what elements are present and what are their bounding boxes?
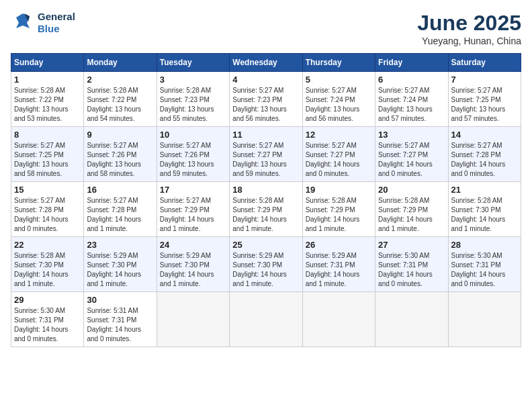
day-number: 21 — [451, 185, 518, 195]
day-number: 3 — [160, 75, 226, 85]
calendar-week-row-0: 1Sunrise: 5:28 AMSunset: 7:22 PMDaylight… — [11, 72, 521, 127]
calendar-cell: 4Sunrise: 5:27 AMSunset: 7:23 PMDaylight… — [230, 72, 302, 127]
calendar-cell: 23Sunrise: 5:29 AMSunset: 7:30 PMDayligh… — [84, 237, 157, 292]
weekday-header-tuesday: Tuesday — [157, 54, 229, 72]
day-number: 5 — [306, 75, 372, 85]
day-info: Sunrise: 5:30 AMSunset: 7:31 PMDaylight:… — [451, 251, 518, 289]
day-info: Sunrise: 5:28 AMSunset: 7:30 PMDaylight:… — [14, 251, 81, 289]
calendar-cell: 3Sunrise: 5:28 AMSunset: 7:23 PMDaylight… — [157, 72, 229, 127]
day-info: Sunrise: 5:27 AMSunset: 7:28 PMDaylight:… — [451, 141, 518, 179]
location: Yueyang, Hunan, China — [417, 36, 521, 46]
weekday-header-monday: Monday — [84, 54, 157, 72]
calendar-cell: 18Sunrise: 5:28 AMSunset: 7:29 PMDayligh… — [230, 182, 302, 237]
day-info: Sunrise: 5:28 AMSunset: 7:30 PMDaylight:… — [451, 196, 518, 234]
day-number: 20 — [378, 185, 445, 195]
day-info: Sunrise: 5:29 AMSunset: 7:30 PMDaylight:… — [232, 251, 299, 289]
calendar-cell: 7Sunrise: 5:27 AMSunset: 7:25 PMDaylight… — [448, 72, 521, 127]
weekday-header-wednesday: Wednesday — [230, 54, 302, 72]
calendar-cell: 20Sunrise: 5:28 AMSunset: 7:29 PMDayligh… — [375, 182, 448, 237]
weekday-header-sunday: Sunday — [11, 54, 84, 72]
day-number: 12 — [306, 130, 372, 140]
calendar-cell — [230, 292, 302, 347]
day-info: Sunrise: 5:28 AMSunset: 7:29 PMDaylight:… — [232, 196, 299, 234]
day-info: Sunrise: 5:27 AMSunset: 7:28 PMDaylight:… — [14, 196, 81, 234]
calendar-cell: 11Sunrise: 5:27 AMSunset: 7:27 PMDayligh… — [230, 127, 302, 182]
day-number: 15 — [14, 185, 81, 195]
day-info: Sunrise: 5:27 AMSunset: 7:25 PMDaylight:… — [14, 141, 81, 179]
calendar-cell: 9Sunrise: 5:27 AMSunset: 7:26 PMDaylight… — [84, 127, 157, 182]
calendar-cell: 28Sunrise: 5:30 AMSunset: 7:31 PMDayligh… — [448, 237, 521, 292]
day-info: Sunrise: 5:28 AMSunset: 7:22 PMDaylight:… — [87, 86, 153, 124]
calendar-cell: 10Sunrise: 5:27 AMSunset: 7:26 PMDayligh… — [157, 127, 229, 182]
calendar-cell: 16Sunrise: 5:27 AMSunset: 7:28 PMDayligh… — [84, 182, 157, 237]
calendar-cell: 14Sunrise: 5:27 AMSunset: 7:28 PMDayligh… — [448, 127, 521, 182]
day-info: Sunrise: 5:27 AMSunset: 7:24 PMDaylight:… — [378, 86, 445, 124]
day-number: 24 — [160, 240, 226, 250]
day-number: 8 — [14, 130, 81, 140]
day-info: Sunrise: 5:27 AMSunset: 7:26 PMDaylight:… — [160, 141, 226, 179]
logo-blue: Blue — [38, 23, 75, 35]
day-number: 27 — [378, 240, 445, 250]
calendar-cell: 2Sunrise: 5:28 AMSunset: 7:22 PMDaylight… — [84, 72, 157, 127]
day-info: Sunrise: 5:31 AMSunset: 7:31 PMDaylight:… — [87, 306, 153, 344]
calendar-cell: 30Sunrise: 5:31 AMSunset: 7:31 PMDayligh… — [84, 292, 157, 347]
day-info: Sunrise: 5:28 AMSunset: 7:22 PMDaylight:… — [14, 86, 81, 124]
day-number: 30 — [87, 295, 153, 305]
calendar-cell: 17Sunrise: 5:27 AMSunset: 7:29 PMDayligh… — [157, 182, 229, 237]
calendar-header-row: SundayMondayTuesdayWednesdayThursdayFrid… — [11, 54, 521, 72]
calendar-cell — [302, 292, 375, 347]
calendar-cell: 1Sunrise: 5:28 AMSunset: 7:22 PMDaylight… — [11, 72, 84, 127]
title-block: June 2025 Yueyang, Hunan, China — [417, 11, 521, 46]
day-info: Sunrise: 5:28 AMSunset: 7:29 PMDaylight:… — [306, 196, 372, 234]
month-title: June 2025 — [417, 11, 521, 36]
calendar-cell: 6Sunrise: 5:27 AMSunset: 7:24 PMDaylight… — [375, 72, 448, 127]
day-info: Sunrise: 5:27 AMSunset: 7:25 PMDaylight:… — [451, 86, 518, 124]
day-number: 2 — [87, 75, 153, 85]
logo: General Blue — [11, 11, 75, 35]
calendar-cell — [157, 292, 229, 347]
calendar-week-row-3: 22Sunrise: 5:28 AMSunset: 7:30 PMDayligh… — [11, 237, 521, 292]
calendar-cell: 26Sunrise: 5:29 AMSunset: 7:31 PMDayligh… — [302, 237, 375, 292]
day-number: 14 — [451, 130, 518, 140]
calendar-cell: 13Sunrise: 5:27 AMSunset: 7:27 PMDayligh… — [375, 127, 448, 182]
day-number: 18 — [232, 185, 299, 195]
calendar-cell: 27Sunrise: 5:30 AMSunset: 7:31 PMDayligh… — [375, 237, 448, 292]
day-number: 19 — [306, 185, 372, 195]
day-number: 26 — [306, 240, 372, 250]
day-number: 23 — [87, 240, 153, 250]
calendar-week-row-4: 29Sunrise: 5:30 AMSunset: 7:31 PMDayligh… — [11, 292, 521, 347]
day-info: Sunrise: 5:28 AMSunset: 7:23 PMDaylight:… — [160, 86, 226, 124]
day-info: Sunrise: 5:27 AMSunset: 7:29 PMDaylight:… — [160, 196, 226, 234]
day-number: 9 — [87, 130, 153, 140]
day-info: Sunrise: 5:27 AMSunset: 7:27 PMDaylight:… — [232, 141, 299, 179]
day-info: Sunrise: 5:27 AMSunset: 7:28 PMDaylight:… — [87, 196, 153, 234]
weekday-header-thursday: Thursday — [302, 54, 375, 72]
day-number: 13 — [378, 130, 445, 140]
logo-bird-icon — [11, 11, 35, 35]
day-number: 7 — [451, 75, 518, 85]
day-number: 28 — [451, 240, 518, 250]
day-info: Sunrise: 5:30 AMSunset: 7:31 PMDaylight:… — [14, 306, 81, 344]
calendar-cell: 24Sunrise: 5:29 AMSunset: 7:30 PMDayligh… — [157, 237, 229, 292]
day-info: Sunrise: 5:30 AMSunset: 7:31 PMDaylight:… — [378, 251, 445, 289]
day-info: Sunrise: 5:29 AMSunset: 7:30 PMDaylight:… — [87, 251, 153, 289]
calendar-week-row-2: 15Sunrise: 5:27 AMSunset: 7:28 PMDayligh… — [11, 182, 521, 237]
calendar-table: SundayMondayTuesdayWednesdayThursdayFrid… — [11, 53, 521, 347]
day-number: 10 — [160, 130, 226, 140]
calendar-cell: 21Sunrise: 5:28 AMSunset: 7:30 PMDayligh… — [448, 182, 521, 237]
calendar-cell: 25Sunrise: 5:29 AMSunset: 7:30 PMDayligh… — [230, 237, 302, 292]
calendar-week-row-1: 8Sunrise: 5:27 AMSunset: 7:25 PMDaylight… — [11, 127, 521, 182]
weekday-header-saturday: Saturday — [448, 54, 521, 72]
logo-general: General — [38, 11, 75, 23]
day-number: 4 — [232, 75, 299, 85]
calendar-cell: 8Sunrise: 5:27 AMSunset: 7:25 PMDaylight… — [11, 127, 84, 182]
calendar-cell — [448, 292, 521, 347]
day-number: 22 — [14, 240, 81, 250]
calendar-cell: 19Sunrise: 5:28 AMSunset: 7:29 PMDayligh… — [302, 182, 375, 237]
calendar-cell: 12Sunrise: 5:27 AMSunset: 7:27 PMDayligh… — [302, 127, 375, 182]
calendar-cell: 5Sunrise: 5:27 AMSunset: 7:24 PMDaylight… — [302, 72, 375, 127]
day-info: Sunrise: 5:29 AMSunset: 7:31 PMDaylight:… — [306, 251, 372, 289]
day-info: Sunrise: 5:29 AMSunset: 7:30 PMDaylight:… — [160, 251, 226, 289]
day-info: Sunrise: 5:27 AMSunset: 7:24 PMDaylight:… — [306, 86, 372, 124]
calendar-cell — [375, 292, 448, 347]
